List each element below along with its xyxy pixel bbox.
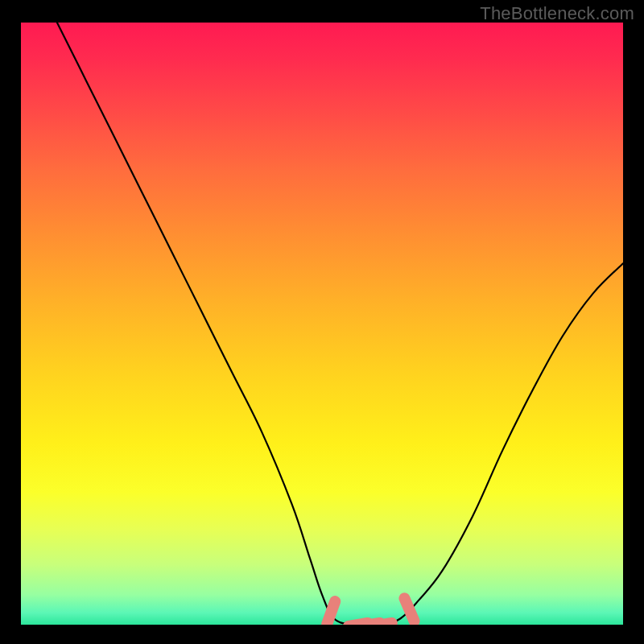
bottleneck-curve — [57, 23, 623, 625]
chart-svg — [21, 23, 623, 625]
plot-area — [21, 23, 623, 625]
watermark-label: TheBottleneck.com — [480, 3, 634, 24]
marker-valley-floor — [373, 623, 392, 625]
marker-left-cluster — [327, 601, 335, 624]
marker-right-cluster — [404, 598, 414, 621]
chart-frame: TheBottleneck.com — [0, 0, 644, 644]
marker-group — [327, 598, 414, 625]
